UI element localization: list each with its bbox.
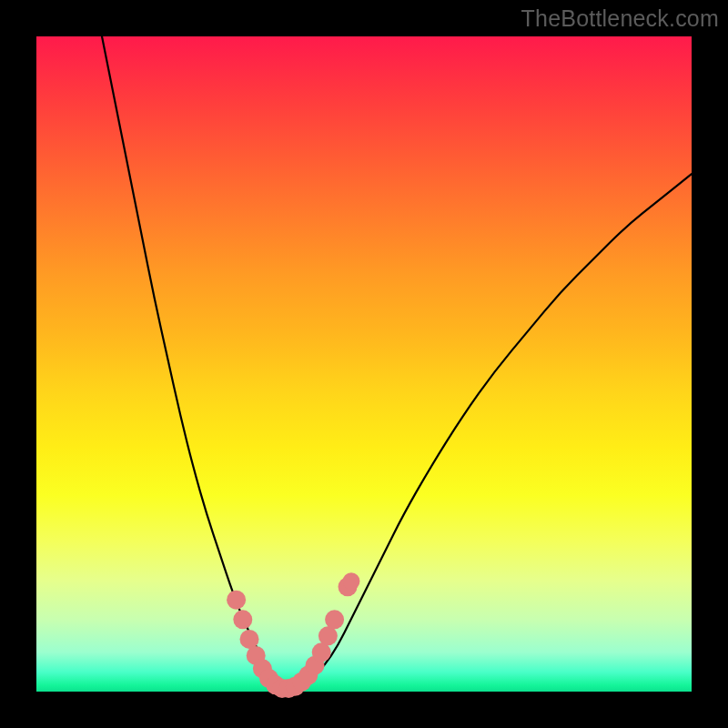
marker-dot	[318, 626, 338, 645]
marker-dot	[227, 591, 246, 610]
watermark-text: TheBottleneck.com	[521, 5, 719, 32]
marker-dot	[240, 630, 259, 649]
marker-dot	[312, 642, 331, 662]
marker-dot-outlier	[343, 572, 360, 590]
chart-frame: TheBottleneck.com	[0, 0, 728, 728]
curve-left-branch	[102, 36, 286, 688]
marker-dot	[233, 610, 252, 629]
curves-svg	[36, 36, 692, 692]
plot-area	[36, 36, 692, 692]
curve-right-branch	[286, 174, 692, 688]
marker-group	[227, 572, 359, 698]
marker-dot	[325, 610, 344, 629]
